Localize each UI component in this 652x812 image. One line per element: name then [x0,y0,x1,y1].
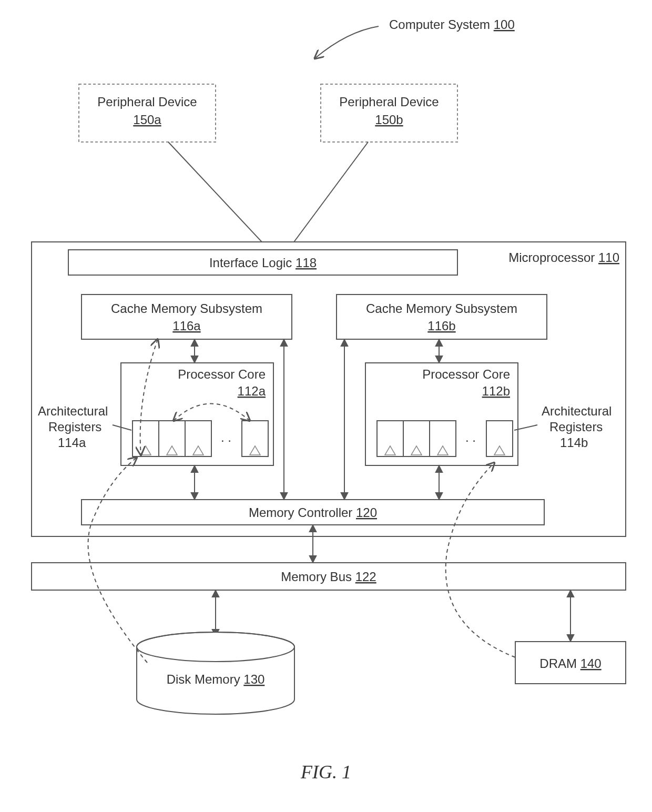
svg-rect-14 [185,421,211,456]
cache-b-label: Cache Memory Subsystem [366,301,517,316]
svg-rect-13 [159,421,185,456]
peripheral-b-label: Peripheral Device [339,95,439,109]
interface-logic-num: 118 [296,256,317,270]
core-a-label: Processor Core [178,367,266,381]
peripheral-a-num: 150a [133,113,161,127]
arch-a-label-1: Architectural [38,404,108,418]
disk-memory: Disk Memory 130 [137,632,294,714]
core-a-num: 112a [238,384,266,398]
arch-a-num: 114a [58,435,86,450]
memctl-label: Memory Controller [249,505,352,520]
microprocessor: Microprocessor 110 Interface Logic 118 C… [32,242,626,536]
svg-rect-21 [430,421,456,456]
svg-text:DRAM
        
      140: DRAM 140 [539,656,601,671]
core-b-label: Processor Core [422,367,510,381]
microprocessor-num: 110 [598,250,619,265]
svg-line-4 [288,142,368,250]
arch-registers-a: · · [133,421,268,456]
dram: DRAM 140 [515,642,626,684]
peripheral-device-b: Peripheral Device 150b [321,84,457,142]
interface-logic: Interface Logic 118 [68,250,457,275]
disk-num: 130 [243,672,264,686]
dram-num: 140 [580,656,602,671]
figure-label: FIG. 1 [300,762,351,783]
svg-text:Computer System
       
      : Computer System 100 [389,17,515,32]
disk-label: Disk Memory [167,672,240,686]
svg-rect-19 [377,421,403,456]
cache-a-num: 116a [172,319,201,333]
svg-rect-23 [486,421,513,456]
svg-text:· ·: · · [221,433,231,447]
peripheral-device-a: Peripheral Device 150a [79,84,216,142]
svg-text:Memory Bus
        
      122: Memory Bus 122 [281,570,376,584]
memory-bus: Memory Bus 122 [32,563,626,590]
memctl-num: 120 [356,505,377,520]
core-b-num: 112b [482,384,510,398]
membus-label: Memory Bus [281,570,352,584]
svg-text:Memory Controller
          
 : Memory Controller 120 [249,505,377,520]
svg-rect-20 [403,421,430,456]
dram-label: DRAM [539,656,577,671]
arch-b-label-1: Architectural [542,404,612,418]
arch-registers-b: · · [377,421,513,456]
cache-a-label: Cache Memory Subsystem [111,301,262,316]
title-callout: Computer System 100 [315,17,515,58]
diagram-root: Computer System 100 Peripheral Device 15… [0,0,652,812]
cache-memory-subsystem-a: Cache Memory Subsystem 116a [82,295,292,339]
interface-logic-label: Interface Logic [209,256,292,270]
arch-b-num: 114b [560,435,588,450]
cache-memory-subsystem-b: Cache Memory Subsystem 116b [337,295,547,339]
svg-rect-16 [242,421,268,456]
svg-text:Disk Memory
        
      130: Disk Memory 130 [167,672,265,686]
title-num: 100 [494,17,515,32]
arch-a-label-2: Registers [48,420,101,434]
peripheral-b-num: 150b [375,113,403,127]
svg-text:· ·: · · [465,433,476,447]
membus-num: 122 [355,570,376,584]
memory-controller: Memory Controller 120 [82,500,544,525]
svg-rect-12 [133,421,159,456]
svg-text:Microprocessor
       
      1: Microprocessor 110 [508,250,619,265]
svg-line-3 [168,142,269,250]
microprocessor-label: Microprocessor [508,250,595,265]
processor-core-b: Processor Core 112b · · [365,363,518,465]
title-label: Computer System [389,17,490,32]
processor-core-a: Processor Core 112a · · [121,363,273,465]
peripheral-a-label: Peripheral Device [97,95,197,109]
arch-b-label-2: Registers [549,420,603,434]
svg-text:Interface Logic
           
  : Interface Logic 118 [209,256,317,270]
cache-b-num: 116b [427,319,455,333]
